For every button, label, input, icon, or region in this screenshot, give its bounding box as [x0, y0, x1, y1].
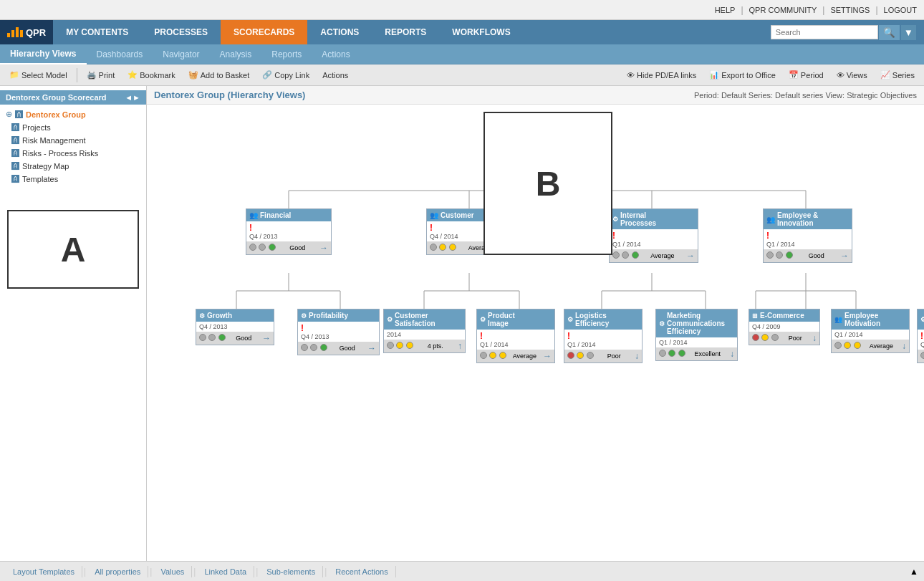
alert-profitability: !	[301, 323, 304, 333]
card-marketing-header: ⚙ MarketingCommunicationsEfficiency	[656, 309, 737, 337]
subnav-navigator[interactable]: Navigator	[153, 44, 209, 64]
tab-sub-elements[interactable]: Sub-elements	[259, 566, 323, 577]
arrow-csat: ↑	[458, 341, 462, 351]
circles-em	[834, 341, 861, 351]
link-icon: 🔗	[262, 70, 272, 80]
card-internal-body: ! Q1 / 2014	[610, 229, 698, 249]
select-model-button[interactable]: 📁 Select Model	[4, 68, 72, 82]
alert-financial: !	[249, 223, 252, 233]
bottom-bar: Layout Templates | All properties | Valu…	[0, 561, 924, 581]
nav-processes[interactable]: PROCESSES	[141, 20, 221, 44]
nav-workflows[interactable]: WORKFLOWS	[439, 20, 523, 44]
card-internal[interactable]: ⚙ InternalProcesses ! Q1 / 2014 Avera	[609, 208, 698, 263]
logo-text: QPR	[26, 27, 46, 38]
subnav-analysis[interactable]: Analysis	[210, 44, 262, 64]
nav-my-contents[interactable]: MY CONTENTS	[53, 20, 141, 44]
logo-bars-icon	[7, 27, 23, 37]
circle2-customer	[439, 244, 446, 251]
card-ecommerce[interactable]: ⊞ E-Commerce Q4 / 2009 Poor ↓	[749, 309, 820, 345]
card-pi-footer: Average →	[477, 350, 554, 362]
series-button[interactable]: 📈 Series	[875, 68, 920, 82]
circles-md	[920, 351, 924, 361]
settings-link[interactable]: SETTINGS	[830, 6, 870, 14]
card-employee[interactable]: 👥 Employee &Innovation ! Q1 / 2014 G	[763, 208, 852, 263]
card-internal-title: InternalProcesses	[620, 211, 656, 227]
card-financial-header: 👥 Financial	[246, 209, 331, 221]
icon-profitability: ⚙	[301, 312, 307, 320]
subnav-reports[interactable]: Reports	[261, 44, 312, 64]
sidebar-group-dentorex[interactable]: ⊕ 🅰 Dentorex Group	[0, 107, 146, 121]
icon-logistics: ⚙	[567, 316, 573, 323]
bookmark-label: Bookmark	[140, 71, 175, 80]
settings-icon-internal-top: ⚙	[612, 216, 618, 223]
card-profitability[interactable]: ⚙ Profitability ! Q4 / 2013 Good	[297, 309, 380, 355]
actions-button[interactable]: Actions	[317, 69, 353, 82]
card-profitability-title: Profitability	[309, 312, 348, 320]
nav-arrows[interactable]: ◄►	[125, 93, 140, 102]
hide-icon: 👁	[627, 71, 635, 80]
copy-link-button[interactable]: 🔗 Copy Link	[257, 68, 314, 82]
card-csat-header: ⚙ CustomerSatisfaction	[384, 309, 465, 330]
select-model-label: Select Model	[21, 71, 67, 80]
logout-link[interactable]: LOGOUT	[884, 6, 917, 14]
nav-scorecards[interactable]: SCORECARDS	[221, 20, 307, 44]
tab-linked-data[interactable]: Linked Data	[197, 566, 254, 577]
basket-icon: 🧺	[188, 70, 198, 80]
search-button[interactable]: 🔍	[878, 24, 900, 41]
subnav-dashboards[interactable]: Dashboards	[87, 44, 153, 64]
views-button[interactable]: 👁 Views	[832, 69, 872, 82]
bookmark-button[interactable]: ⭐ Bookmark	[122, 68, 181, 82]
search-options-button[interactable]: ▼	[900, 24, 917, 41]
tab-values[interactable]: Values	[153, 566, 192, 577]
card-internal-header: ⚙ InternalProcesses	[610, 209, 698, 229]
sidebar-item-strategy-map[interactable]: 🅰 Strategy Map	[0, 160, 146, 173]
print-button[interactable]: 🖨️ Print	[82, 68, 120, 82]
help-link[interactable]: HELP	[715, 6, 736, 14]
scroll-up-button[interactable]: ▲	[910, 567, 918, 577]
card-marketing[interactable]: ⚙ MarketingCommunicationsEfficiency Q1 /…	[655, 309, 738, 361]
sidebar-item-process-risks[interactable]: 🅰 Risks - Process Risks	[0, 147, 146, 160]
sidebar-item-risk-management[interactable]: 🅰 Risk Management	[0, 134, 146, 147]
card-internal-footer: Average →	[610, 249, 698, 262]
sidebar-item-templates[interactable]: 🅰 Templates	[0, 173, 146, 186]
card-product-image[interactable]: ⚙ ProductImage ! Q1 / 2014 Average	[476, 309, 555, 363]
card-financial[interactable]: 👥 Financial ! Q4 / 2013 Good	[246, 208, 332, 255]
card-growth[interactable]: ⚙ Growth Q4 / 2013 Good →	[196, 309, 274, 345]
period-employee: Q1 / 2014	[766, 241, 849, 248]
card-empl-motivation[interactable]: 👥 EmployeeMotivation Q1 / 2014 Average	[831, 309, 910, 353]
tab-all-properties[interactable]: All properties	[87, 566, 148, 577]
print-icon: 🖨️	[87, 70, 97, 80]
card-logistics[interactable]: ⚙ LogisticsEfficiency ! Q1 / 2014 Poo	[564, 309, 643, 363]
sidebar-label-templates: Templates	[22, 175, 58, 183]
bookmark-icon: ⭐	[127, 70, 138, 80]
circles-employee	[766, 251, 793, 261]
nav-actions[interactable]: ACTIONS	[307, 20, 372, 44]
card-market-dev[interactable]: ⚙ MarketDevelopment ! Q1 / 2014 Good	[917, 309, 924, 363]
community-link[interactable]: QPR COMMUNITY	[749, 6, 817, 14]
sidebar-item-projects[interactable]: 🅰 Projects	[0, 121, 146, 134]
card-employee-footer: Good →	[764, 249, 852, 262]
card-logistics-title: LogisticsEfficiency	[575, 312, 609, 327]
hide-pd-button[interactable]: 👁 Hide PD/EA links	[622, 69, 701, 82]
circles-pi	[480, 351, 506, 361]
add-to-basket-button[interactable]: 🧺 Add to Basket	[183, 68, 255, 82]
status-marketing: Excellent	[695, 350, 721, 357]
period-button[interactable]: 📅 Period	[784, 68, 829, 82]
tab-recent-actions[interactable]: Recent Actions	[328, 566, 395, 577]
card-csat[interactable]: ⚙ CustomerSatisfaction 2014 4 pts. ↑	[383, 309, 466, 353]
search-input[interactable]	[771, 25, 878, 39]
top-bar: HELP | QPR COMMUNITY | SETTINGS | LOGOUT	[0, 0, 924, 20]
tab-layout-templates[interactable]: Layout Templates	[6, 566, 82, 577]
circles-internal	[612, 251, 639, 261]
export-button[interactable]: 📊 Export to Office	[704, 68, 781, 82]
sidebar-label-risk: Risk Management	[22, 136, 86, 145]
subnav-actions[interactable]: Actions	[312, 44, 360, 64]
circle1-employee	[766, 251, 774, 259]
circles-financial	[249, 243, 276, 253]
icon-em: 👥	[834, 316, 842, 323]
card-financial-title: Financial	[260, 211, 291, 219]
subnav-hierarchy-views[interactable]: Hierarchy Views	[0, 44, 87, 64]
icon-ec: ⊞	[752, 312, 758, 320]
nav-reports[interactable]: REPORTS	[372, 20, 439, 44]
card-csat-footer: 4 pts. ↑	[384, 340, 465, 352]
